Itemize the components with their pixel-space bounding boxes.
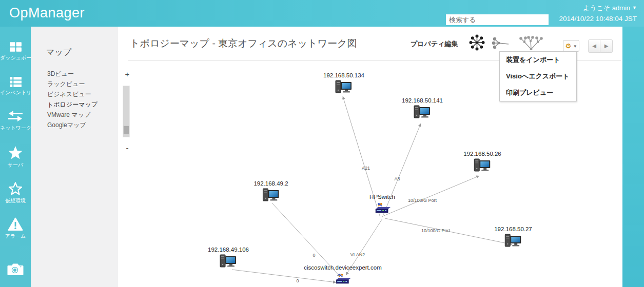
computer-icon [262,188,280,203]
sidebar-item-dashboard[interactable]: ダッシュボード [0,41,31,61]
sidebar-item-inventory[interactable]: インベントリ [0,76,31,96]
map-node-hpswitch[interactable]: HPSwitch [369,194,395,215]
maps-panel: マップ 3Dビュー ラックビュー ビジネスビュー トポロジーマップ VMware… [31,27,118,287]
edge-label: 10/100/G Port [421,228,450,233]
sidebar-item-label: ダッシュボード [0,54,31,61]
zoom-out-button[interactable]: - [123,144,131,152]
computer-icon [414,105,431,120]
sidebar-item-network[interactable]: ネットワーク [0,111,31,132]
settings-menu: 装置をインポート Visioへエクスポート 印刷プレビュー [499,51,577,101]
zoom-slider[interactable] [123,86,130,137]
menu-item-print-preview[interactable]: 印刷プレビュー [500,85,576,101]
computer-icon [335,80,353,95]
menu-item-3d-view[interactable]: 3Dビュー [47,69,97,79]
dashboard-icon [9,41,23,53]
network-icon [8,111,23,123]
map-node-192-168-50-134[interactable]: 192.168.50.134 [323,72,364,95]
sidebar-item-alarms[interactable]: アラーム [0,217,31,240]
map-node-192-168-49-106[interactable]: 192.168.49.106 [208,247,249,270]
node-label: HPSwitch [369,194,395,200]
edge-label: 10/100/G Port [408,198,437,203]
sidebar-item-label: 仮想環境 [0,197,31,204]
radial-layout-icon[interactable] [469,34,485,51]
sidebar-item-label: インベントリ [0,89,31,96]
search-input[interactable] [446,14,549,25]
edge-label: 0 [313,253,315,258]
node-label: 192.168.50.134 [323,72,364,78]
map-pager: ◀ ▶ [588,39,613,53]
gear-icon: ⚙ [565,42,571,50]
computer-icon [220,254,237,270]
snapshot-button[interactable] [0,262,31,278]
menu-item-google-map[interactable]: Googleマップ [47,120,97,130]
edge-label: A21 [362,166,370,171]
tree-layout-icon[interactable] [518,36,544,50]
server-icon [8,146,23,160]
alarm-icon [8,217,23,231]
welcome-text: ようこそ admin [583,4,630,12]
page-title: トポロジーマップ - 東京オフィスのネットワーク図 [130,37,357,50]
sidebar-item-virtualization[interactable]: 仮想環境 [0,181,31,204]
node-label: 192.168.49.2 [253,180,288,187]
sidebar-item-label: アラーム [0,233,31,240]
switch-icon [373,201,392,215]
chevron-down-icon: ▼ [573,44,577,49]
app-header: OpManager ようこそ admin▼ 2014/10/22 10:48:0… [0,0,644,27]
icon-rail: ダッシュボード インベントリ ネットワーク サーバ 仮想環境 [0,27,31,287]
maps-menu: 3Dビュー ラックビュー ビジネスビュー トポロジーマップ VMware マップ… [47,69,97,130]
node-label: 192.168.49.106 [208,247,249,253]
properties-edit-link[interactable]: プロパティ編集 [411,39,458,49]
arrow-right-icon: ▶ [604,43,609,49]
edge-label: VLAN2 [350,252,365,257]
node-label: ciscoswitch.deviceexpert.com [304,264,381,271]
next-map-button[interactable]: ▶ [600,39,613,53]
arrow-left-icon: ◀ [592,43,596,49]
node-label: 192.168.50.141 [402,97,443,104]
node-label: 192.168.50.27 [494,226,532,232]
menu-item-export-visio[interactable]: Visioへエクスポート [500,68,576,85]
menu-item-vmware-map[interactable]: VMware マップ [47,110,97,120]
map-node-192-168-50-27[interactable]: 192.168.50.27 [494,226,532,249]
sidebar-item-label: サーバ [0,161,31,169]
chevron-down-icon: ▼ [632,5,637,10]
node-label: 192.168.50.26 [463,151,501,157]
balloon-layout-icon[interactable] [492,37,510,49]
server-datetime: 2014/10/22 10:48:04 JST [559,15,637,23]
switch-icon [334,272,352,285]
map-node-ciscoswitch[interactable]: ciscoswitch.deviceexpert.com [304,264,381,285]
map-node-192-168-49-2[interactable]: 192.168.49.2 [253,180,288,203]
previous-map-button[interactable]: ◀ [588,39,600,53]
edge-label: 0 [296,278,299,283]
menu-item-import-devices[interactable]: 装置をインポート [500,52,576,68]
settings-dropdown-button[interactable]: ⚙ ▼ [563,40,579,52]
edge-label: A8 [394,176,400,181]
menu-item-topology-map[interactable]: トポロジーマップ [47,99,97,110]
camera-icon [7,262,24,276]
sidebar-item-server[interactable]: サーバ [0,146,31,169]
menu-item-business-view[interactable]: ビジネスビュー [47,89,97,99]
map-node-192-168-50-26[interactable]: 192.168.50.26 [463,151,501,174]
opmanager-app: { "colors": { "teal": "#52c6d6", "accent… [0,0,644,287]
computer-icon [474,158,491,174]
computer-icon [504,234,522,249]
map-node-192-168-50-141[interactable]: 192.168.50.141 [402,97,443,120]
zoom-slider-thumb[interactable] [123,126,129,134]
virtualization-icon [8,181,23,196]
inventory-icon [9,76,23,88]
menu-item-rack-view[interactable]: ラックビュー [47,79,97,89]
user-menu[interactable]: ようこそ admin▼ [583,4,637,13]
maps-panel-title: マップ [46,47,71,58]
sidebar-item-label: ネットワーク [0,125,31,132]
app-logo: OpManager [9,5,85,21]
zoom-in-button[interactable]: + [123,70,131,78]
